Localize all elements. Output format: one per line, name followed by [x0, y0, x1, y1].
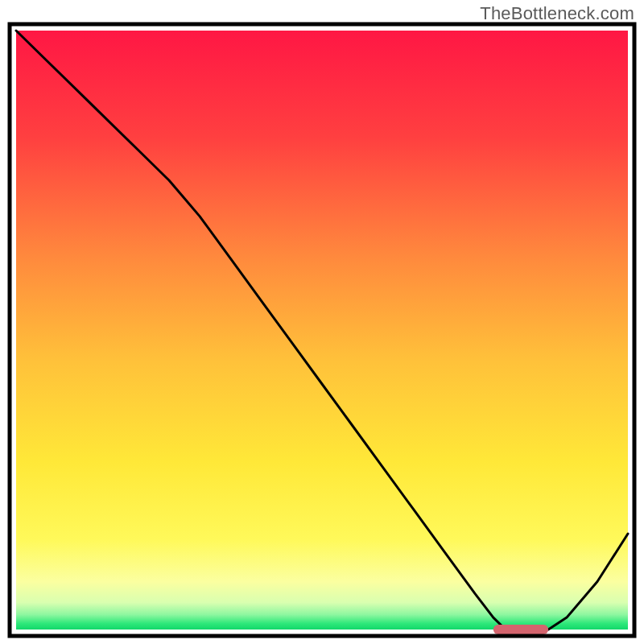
watermark-text: TheBottleneck.com: [480, 3, 634, 24]
chart-frame: TheBottleneck.com: [0, 0, 644, 644]
optimal-zone-marker: [493, 625, 548, 634]
bottleneck-chart: [0, 0, 644, 644]
